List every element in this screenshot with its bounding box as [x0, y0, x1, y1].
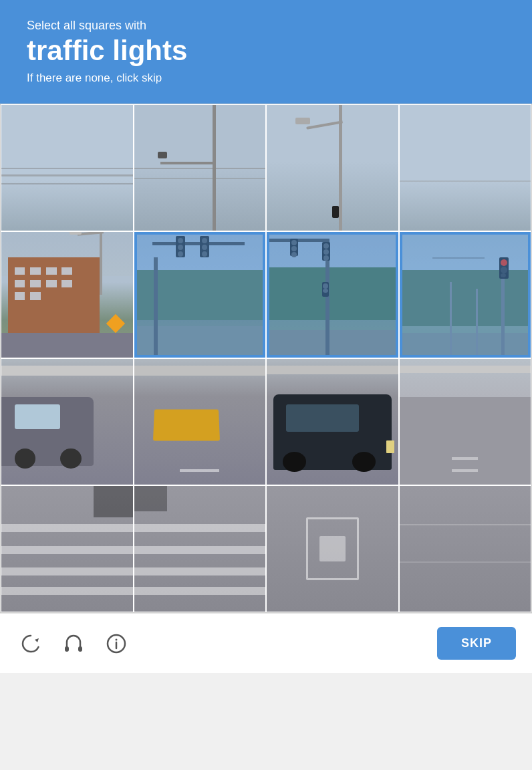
grid-cell-r1c4[interactable]: [399, 104, 532, 231]
grid-cell-r3c3[interactable]: [266, 358, 399, 485]
grid-cell-r4c2[interactable]: [134, 485, 267, 612]
audio-icon: [63, 633, 84, 654]
header-title: traffic lights: [27, 35, 505, 66]
audio-button[interactable]: [59, 629, 88, 658]
grid-cell-r3c1[interactable]: [1, 358, 134, 485]
header-instruction: If there are none, click skip: [27, 72, 505, 85]
info-button[interactable]: [102, 629, 131, 658]
grid-cell-r3c4[interactable]: [399, 358, 532, 485]
grid-cell-r4c3[interactable]: [266, 485, 399, 612]
header-subtitle: Select all squares with: [27, 19, 505, 33]
grid-cell-r2c3[interactable]: [266, 231, 399, 358]
grid-cell-r4c4[interactable]: [399, 485, 532, 612]
reload-icon: [20, 633, 41, 654]
captcha-footer: SKIP: [0, 613, 532, 673]
captcha-header: Select all squares with traffic lights I…: [0, 0, 532, 104]
skip-button[interactable]: SKIP: [437, 627, 516, 660]
captcha-container: Select all squares with traffic lights I…: [0, 0, 532, 673]
grid-cell-r1c1[interactable]: [1, 104, 134, 231]
grid-cell-r1c3[interactable]: [266, 104, 399, 231]
grid-cell-r3c2[interactable]: [134, 358, 267, 485]
grid-cell-r2c2[interactable]: [134, 231, 267, 358]
grid-cell-r1c2[interactable]: [134, 104, 267, 231]
footer-icons: [16, 629, 131, 658]
svg-rect-1: [78, 646, 82, 652]
grid-cell-r2c1[interactable]: [1, 231, 134, 358]
grid-cell-r4c1[interactable]: [1, 485, 134, 612]
info-icon: [106, 633, 127, 654]
svg-rect-0: [65, 646, 69, 652]
image-grid: [0, 104, 532, 613]
grid-cell-r2c4[interactable]: [399, 231, 532, 358]
svg-point-4: [116, 638, 118, 640]
reload-button[interactable]: [16, 629, 45, 658]
